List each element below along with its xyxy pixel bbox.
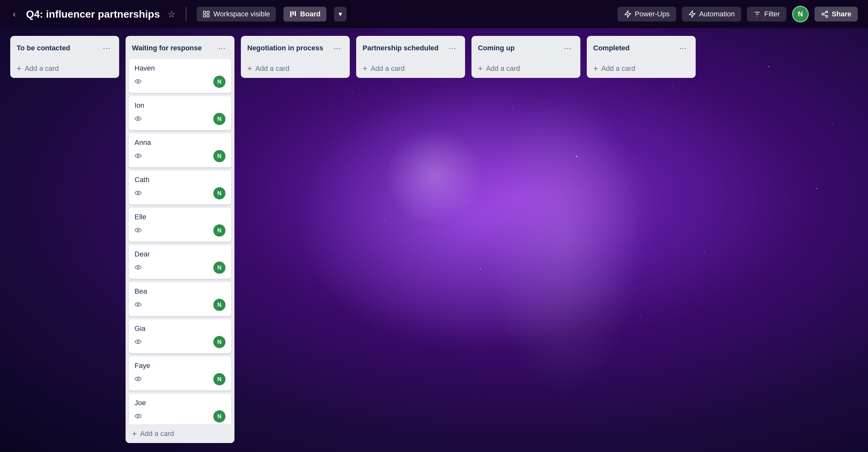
chevron-down-icon: ▾ xyxy=(339,10,342,18)
board-view-button[interactable]: Board xyxy=(283,7,327,22)
card-avatar-card-ion[interactable]: N xyxy=(213,113,225,125)
card-avatar-card-dear[interactable]: N xyxy=(213,261,225,274)
svg-point-40 xyxy=(137,266,139,268)
card-avatar-card-elle[interactable]: N xyxy=(213,224,225,236)
eye-icon-card-elle[interactable] xyxy=(134,227,142,234)
add-card-label: Add a card xyxy=(140,429,174,438)
card-card-gia[interactable]: Gia N xyxy=(129,319,231,353)
back-button[interactable]: ‹ xyxy=(10,9,18,19)
card-footer-card-faye: N xyxy=(134,373,225,385)
card-card-dear[interactable]: Dear N xyxy=(129,245,231,279)
card-footer-card-haven: N xyxy=(134,76,225,88)
card-avatar-card-faye[interactable]: N xyxy=(213,373,225,385)
card-footer-card-joe: N xyxy=(134,410,225,423)
card-avatar-card-joe[interactable]: N xyxy=(213,410,225,423)
svg-line-13 xyxy=(824,15,826,16)
column-waiting-for-response: Waiting for response···Haven NIon NAnna … xyxy=(126,36,235,443)
column-title-completed: Completed xyxy=(593,44,630,52)
card-footer-card-elle: N xyxy=(134,224,225,236)
card-name-card-anna: Anna xyxy=(134,139,225,147)
svg-rect-6 xyxy=(295,11,296,16)
filter-icon xyxy=(753,10,761,18)
column-title-to-be-contacted: To be contacted xyxy=(17,44,70,52)
card-name-card-joe: Joe xyxy=(134,399,225,407)
column-partnership-scheduled: Partnership scheduled···+Add a card xyxy=(356,36,465,78)
column-menu-button-coming-up[interactable]: ··· xyxy=(561,42,574,55)
column-coming-up: Coming up···+Add a card xyxy=(471,36,580,78)
column-title-negotiation-in-process: Negotiation in process xyxy=(247,44,323,52)
card-avatar-card-haven[interactable]: N xyxy=(213,76,225,88)
eye-icon-card-faye[interactable] xyxy=(134,376,142,383)
card-card-elle[interactable]: Elle N xyxy=(129,208,231,242)
card-footer-card-bea: N xyxy=(134,299,225,311)
eye-icon-card-cath[interactable] xyxy=(134,190,142,197)
add-card-button-waiting-for-response[interactable]: +Add a card xyxy=(126,424,235,443)
column-title-partnership-scheduled: Partnership scheduled xyxy=(363,44,438,52)
plus-icon: + xyxy=(17,63,22,74)
card-name-card-faye: Faye xyxy=(134,362,225,370)
plus-icon: + xyxy=(247,63,252,74)
workspace-label: Workspace visible xyxy=(213,10,270,18)
column-cards-waiting-for-response: Haven NIon NAnna NCath NElle NDear NBea xyxy=(126,59,235,424)
eye-icon-card-ion[interactable] xyxy=(134,115,142,123)
add-card-label: Add a card xyxy=(255,64,289,73)
add-card-label: Add a card xyxy=(486,64,520,73)
card-card-faye[interactable]: Faye N xyxy=(129,357,231,391)
automation-button[interactable]: Automation xyxy=(682,7,741,22)
card-avatar-card-bea[interactable]: N xyxy=(213,299,225,311)
card-card-joe[interactable]: Joe N xyxy=(129,394,231,424)
svg-point-39 xyxy=(137,229,139,231)
eye-icon-card-dear[interactable] xyxy=(134,264,142,272)
add-card-button-completed[interactable]: +Add a card xyxy=(587,59,696,78)
column-header-negotiation-in-process: Negotiation in process··· xyxy=(241,36,350,59)
add-card-button-partnership-scheduled[interactable]: +Add a card xyxy=(356,59,465,78)
card-footer-card-dear: N xyxy=(134,261,225,274)
add-card-button-negotiation-in-process[interactable]: +Add a card xyxy=(241,59,350,78)
star-button[interactable]: ☆ xyxy=(167,9,176,20)
eye-icon-card-gia[interactable] xyxy=(134,339,142,346)
eye-icon-card-bea[interactable] xyxy=(134,301,142,309)
column-menu-button-completed[interactable]: ··· xyxy=(677,42,689,55)
column-header-coming-up: Coming up··· xyxy=(471,36,580,59)
card-footer-card-ion: N xyxy=(134,113,225,125)
card-avatar-card-cath[interactable]: N xyxy=(213,187,225,199)
column-menu-button-negotiation-in-process[interactable]: ··· xyxy=(331,42,343,55)
power-ups-button[interactable]: Power-Ups xyxy=(618,7,676,22)
card-avatar-card-anna[interactable]: N xyxy=(213,150,225,162)
column-header-completed: Completed··· xyxy=(587,36,696,59)
column-menu-button-partnership-scheduled[interactable]: ··· xyxy=(446,42,459,55)
eye-icon-card-anna[interactable] xyxy=(134,152,142,160)
card-footer-card-anna: N xyxy=(134,150,225,162)
column-menu-button-to-be-contacted[interactable]: ··· xyxy=(100,42,113,55)
eye-icon-card-joe[interactable] xyxy=(134,413,142,420)
svg-point-44 xyxy=(137,415,139,417)
svg-point-10 xyxy=(826,11,828,13)
workspace-visible-button[interactable]: Workspace visible xyxy=(197,7,276,22)
svg-point-36 xyxy=(137,118,139,119)
plus-icon: + xyxy=(363,63,367,74)
board-chevron-button[interactable]: ▾ xyxy=(334,7,346,22)
svg-rect-3 xyxy=(207,15,209,17)
eye-icon-card-haven[interactable] xyxy=(134,78,142,86)
column-header-to-be-contacted: To be contacted··· xyxy=(10,36,119,59)
board-icon xyxy=(289,10,297,18)
column-menu-button-waiting-for-response[interactable]: ··· xyxy=(216,42,228,55)
add-card-button-to-be-contacted[interactable]: +Add a card xyxy=(10,59,119,78)
card-card-ion[interactable]: Ion N xyxy=(129,96,231,130)
column-header-waiting-for-response: Waiting for response··· xyxy=(126,36,235,59)
share-icon xyxy=(821,10,829,18)
share-button[interactable]: Share xyxy=(814,7,858,22)
add-card-button-coming-up[interactable]: +Add a card xyxy=(471,59,580,78)
card-avatar-card-gia[interactable]: N xyxy=(213,336,225,348)
card-card-bea[interactable]: Bea N xyxy=(129,282,231,316)
header-divider xyxy=(186,7,186,21)
column-negotiation-in-process: Negotiation in process···+Add a card xyxy=(241,36,350,78)
card-card-haven[interactable]: Haven N xyxy=(129,59,231,93)
avatar[interactable]: N xyxy=(792,6,809,23)
card-card-anna[interactable]: Anna N xyxy=(129,133,231,167)
svg-rect-4 xyxy=(290,11,291,17)
card-name-card-gia: Gia xyxy=(134,324,225,333)
svg-point-37 xyxy=(137,155,139,157)
card-card-cath[interactable]: Cath N xyxy=(129,171,231,204)
filter-button[interactable]: Filter xyxy=(747,7,786,22)
